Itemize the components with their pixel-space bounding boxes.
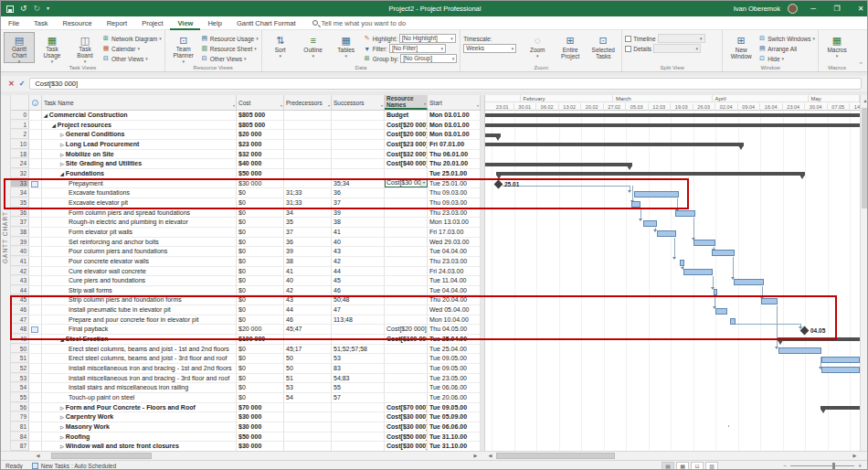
start-cell[interactable]: Thu 06.01.00 xyxy=(428,150,481,159)
vertical-scroll-thumb[interactable] xyxy=(862,108,868,208)
gantt-summary-bar[interactable] xyxy=(485,163,632,166)
task-name-cell[interactable]: Excavate elevator pit xyxy=(42,198,237,208)
cost-cell[interactable]: $0 xyxy=(237,364,284,373)
resource-names-cell[interactable] xyxy=(385,286,428,295)
gantt-task-bar[interactable] xyxy=(734,279,764,285)
cost-cell[interactable]: $805 000 xyxy=(237,111,284,120)
resource-names-cell[interactable] xyxy=(385,228,428,237)
table-row[interactable]: 84▷Roofing$50 000Cost[$50 000]Tue 31.10.… xyxy=(11,433,481,443)
predecessors-cell[interactable]: 39 xyxy=(284,247,332,256)
highlight-dropdown[interactable]: [No Highlight] ▾ xyxy=(399,34,456,43)
successors-cell[interactable]: 45 xyxy=(332,276,385,285)
successors-cell[interactable]: 57 xyxy=(332,393,385,402)
cost-cell[interactable]: $0 xyxy=(237,305,284,315)
start-cell[interactable]: Thu 20.04.00 xyxy=(428,295,481,304)
filter-arrow-icon[interactable]: ▾ xyxy=(281,102,282,109)
tell-me-box[interactable]: Tell me what you want to do xyxy=(312,19,407,27)
start-cell[interactable]: Thu 09.03.00 xyxy=(428,198,481,208)
table-row[interactable]: 2▷General Conditions$20 000Cost[$20 000]… xyxy=(11,130,481,140)
row-id-cell[interactable]: 33 xyxy=(11,179,29,188)
row-id-cell[interactable]: 39 xyxy=(11,238,29,247)
team-planner-view-shortcut[interactable]: ⊡ xyxy=(691,462,704,470)
start-cell[interactable]: Tue 25.01.00 xyxy=(428,179,481,188)
task-name-cell[interactable]: Strip wall forms xyxy=(42,286,237,295)
resource-names-cell[interactable]: Cost[$32 000] xyxy=(385,150,428,159)
scroll-left-icon[interactable]: ◀ xyxy=(33,452,43,460)
zoom-button[interactable]: ◌ Zoom ▾ xyxy=(522,32,553,63)
select-all-corner[interactable] xyxy=(11,95,29,110)
table-row[interactable]: 53Install miscellaneous iron and bracing… xyxy=(11,374,481,384)
predecessors-cell[interactable]: 41 xyxy=(284,267,332,276)
predecessors-cell[interactable] xyxy=(284,335,332,344)
task-name-cell[interactable]: Rough-in electric and plumbing in elevat… xyxy=(42,218,237,227)
table-row[interactable]: 49◢Steel Erection$100 000Cost[$100 000]T… xyxy=(11,335,481,345)
cost-cell[interactable]: $0 xyxy=(237,295,284,304)
start-cell[interactable]: Fri 24.03.00 xyxy=(428,267,481,276)
gantt-task-bar[interactable] xyxy=(778,347,821,354)
gantt-task-bar[interactable] xyxy=(683,269,713,275)
start-cell[interactable]: Mon 03.01.00 xyxy=(428,130,481,139)
avatar[interactable] xyxy=(788,4,798,14)
task-usage-button[interactable]: ▦ Task Usage ▾ xyxy=(37,32,68,63)
predecessors-cell[interactable] xyxy=(284,422,332,432)
other-views-button[interactable]: ⊟ Other Views ▾ xyxy=(201,54,259,63)
resource-names-cell[interactable] xyxy=(385,188,428,198)
switch-windows-button[interactable]: ⊟ Switch Windows ▾ xyxy=(758,34,815,43)
start-cell[interactable]: Tue 25.04.00 xyxy=(428,345,481,354)
task-name-cell[interactable]: Erect steel columns, beams and joist - 1… xyxy=(42,345,237,354)
save-icon[interactable] xyxy=(6,5,14,13)
table-row[interactable]: 35Excavate elevator pit$031;3337Thu 09.0… xyxy=(11,198,481,208)
predecessors-cell[interactable] xyxy=(284,412,332,422)
gantt-summary-bar[interactable] xyxy=(778,337,860,341)
table-row[interactable]: 24▷Site Grading and Utilities$40 000Cost… xyxy=(11,159,481,169)
user-name[interactable]: Ivan Oberemok xyxy=(734,5,780,13)
gantt-task-bar[interactable] xyxy=(730,318,736,325)
task-name-cell[interactable]: Form column piers and spread foundations xyxy=(42,208,237,218)
gantt-summary-bar[interactable] xyxy=(485,123,860,127)
task-name-cell[interactable]: ▷General Conditions xyxy=(42,130,237,139)
outline-button[interactable]: ≡ Outline ▾ xyxy=(298,32,329,63)
resource-names-cell[interactable] xyxy=(385,247,428,256)
customize-qat-icon[interactable]: ▾ xyxy=(47,5,49,13)
successors-cell[interactable] xyxy=(332,433,385,442)
successors-cell[interactable]: 113;48 xyxy=(332,315,385,325)
row-id-cell[interactable]: 37 xyxy=(11,218,29,227)
table-row[interactable]: 42Cure elevator wall concrete$04144Fri 2… xyxy=(11,267,481,277)
new-tasks-status[interactable]: New Tasks : Auto Scheduled xyxy=(41,463,116,469)
cost-cell[interactable]: $0 xyxy=(237,188,284,198)
table-row[interactable]: 32◢Foundations$50 000Tue 25.01.00 xyxy=(11,169,481,179)
table-row[interactable]: 41Pour concrete elevator walls$03842Thu … xyxy=(11,257,481,267)
task-name-cell[interactable]: ▷Window wall and store front closures xyxy=(42,442,237,451)
start-cell[interactable]: Fri 17.03.00 xyxy=(428,228,481,237)
resource-names-cell[interactable]: Cost[$30 000] xyxy=(385,412,428,422)
row-id-cell[interactable]: 50 xyxy=(11,345,29,354)
new-window-button[interactable]: ⊞ New Window xyxy=(725,32,757,63)
successors-cell[interactable]: 55 xyxy=(332,383,385,392)
cost-cell[interactable]: $0 xyxy=(237,315,284,325)
row-id-cell[interactable]: 49 xyxy=(11,335,29,344)
timeline-checkbox[interactable]: Timeline ▾ xyxy=(625,34,719,43)
collapse-triangle-icon[interactable]: ◢ xyxy=(52,123,56,128)
cost-cell[interactable]: $805 000 xyxy=(237,121,284,130)
resource-names-cell[interactable] xyxy=(385,257,428,266)
table-row[interactable]: 46Install pneumatic tube in elevator pit… xyxy=(11,305,481,315)
predecessors-cell[interactable]: 51 xyxy=(284,374,332,383)
predecessors-cell[interactable] xyxy=(284,111,332,120)
table-row[interactable]: 45Strip column piers and foundation form… xyxy=(11,295,481,305)
resource-names-cell[interactable]: Cost[$20 000] xyxy=(385,121,428,130)
start-cell[interactable]: Tue 09.05.00 xyxy=(428,403,481,412)
gantt-task-bar[interactable] xyxy=(821,367,860,373)
cost-cell[interactable]: $23 000 xyxy=(237,140,284,149)
cost-cell[interactable]: $0 xyxy=(237,198,284,208)
predecessors-cell[interactable] xyxy=(284,140,332,149)
collapse-triangle-icon[interactable]: ◢ xyxy=(60,171,64,176)
group-by-dropdown[interactable]: [No Group] ▾ xyxy=(400,54,457,63)
row-id-cell[interactable]: 35 xyxy=(11,198,29,208)
successors-cell[interactable]: 35;34 xyxy=(332,179,385,188)
resource-names-cell[interactable] xyxy=(385,238,428,247)
gantt-summary-bar[interactable] xyxy=(820,406,860,410)
predecessors-cell[interactable]: 50 xyxy=(284,354,332,363)
task-name-cell[interactable]: Install miscellaneous iron and bracing -… xyxy=(42,364,237,373)
expand-triangle-icon[interactable]: ▷ xyxy=(60,434,64,440)
table-row[interactable]: 10▷Long Lead Procurement$23 000Cost[$23 … xyxy=(11,140,481,150)
